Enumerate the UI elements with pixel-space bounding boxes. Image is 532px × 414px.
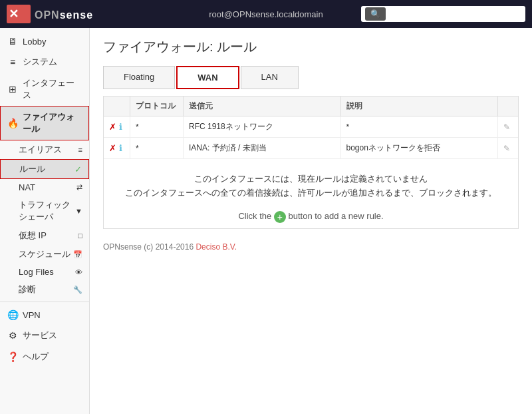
deny-icon-1: ✗ bbox=[109, 122, 116, 132]
footer-link[interactable]: Deciso B.V. bbox=[196, 242, 237, 252]
sidebar-item-logfiles[interactable]: Log Files 👁 bbox=[0, 264, 89, 280]
sidebar-label-firewall: ファイアウォール bbox=[23, 111, 82, 135]
th-protocol: プロトコル bbox=[130, 97, 184, 116]
sidebar-label-virtual-ip: 仮想 IP bbox=[19, 230, 47, 242]
main-content: ファイアウォール: ルール Floating WAN LAN プロトコル 送信元… bbox=[90, 28, 532, 414]
aliases-icon: ≡ bbox=[78, 146, 82, 154]
footer: OPNsense (c) 2014-2016 Deciso B.V. bbox=[103, 242, 519, 252]
tab-floating[interactable]: Floating bbox=[103, 66, 175, 89]
vpn-icon: 🌐 bbox=[7, 310, 19, 320]
services-icon: ⚙ bbox=[7, 330, 19, 341]
edit-icon-2[interactable]: ✎ bbox=[503, 144, 510, 153]
help-icon: ❓ bbox=[7, 351, 19, 362]
search-button[interactable]: 🔍 bbox=[365, 7, 386, 21]
sidebar-item-rules[interactable]: ルール ✓ bbox=[0, 159, 89, 179]
sidebar-item-lobby[interactable]: 🖥 Lobby bbox=[0, 31, 89, 51]
edit-icon-1[interactable]: ✎ bbox=[503, 122, 510, 132]
sidebar-item-traffic[interactable]: トラフィックシェーパ ▼ bbox=[0, 196, 89, 226]
footer-text: OPNsense (c) 2014-2016 bbox=[103, 242, 194, 252]
sidebar-item-virtual-ip[interactable]: 仮想 IP □ bbox=[0, 226, 89, 245]
sidebar-label-rules: ルール bbox=[19, 163, 45, 175]
sidebar-label-diagnostics: 診断 bbox=[19, 284, 36, 296]
sidebar-label-vpn: VPN bbox=[23, 310, 41, 320]
sidebar-item-firewall[interactable]: 🔥 ファイアウォール bbox=[0, 106, 89, 140]
logo-icon: ✕ bbox=[7, 5, 31, 23]
sidebar-divider bbox=[0, 302, 89, 302]
sidebar-label-nat: NAT bbox=[19, 182, 35, 192]
td-source-2: IANA: 予約済 / 未割当 bbox=[184, 138, 341, 158]
nat-icon: ⇄ bbox=[76, 183, 82, 192]
add-rule-prefix: Click the bbox=[238, 211, 271, 221]
sidebar-label-system: システム bbox=[23, 56, 57, 68]
search-input[interactable] bbox=[388, 9, 521, 19]
diagnostics-icon: 🔧 bbox=[73, 286, 82, 294]
virtual-ip-icon: □ bbox=[78, 232, 82, 240]
td-status-2: ✗ ℹ bbox=[104, 138, 130, 158]
lobby-icon: 🖥 bbox=[7, 36, 19, 47]
sidebar-item-help[interactable]: ❓ ヘルプ bbox=[0, 346, 89, 367]
sidebar-label-help: ヘルプ bbox=[23, 351, 49, 363]
sidebar-item-schedule[interactable]: スケジュール 📅 bbox=[0, 245, 89, 264]
td-description-2: bogonネットワークを拒否 bbox=[341, 138, 499, 158]
td-edit-1[interactable]: ✎ bbox=[498, 116, 518, 137]
sidebar-label-aliases: エイリアス bbox=[19, 144, 62, 156]
sidebar-label-schedule: スケジュール bbox=[19, 248, 70, 260]
sidebar: 🖥 Lobby ≡ システム ⊞ インタフェース 🔥 ファイアウォール エイリア… bbox=[0, 28, 90, 414]
brand-name: OPNsense bbox=[35, 5, 93, 23]
table-header-row: プロトコル 送信元 説明 bbox=[104, 97, 518, 116]
page-layout: 🖥 Lobby ≡ システム ⊞ インタフェース 🔥 ファイアウォール エイリア… bbox=[0, 28, 532, 414]
search-container: 🔍 bbox=[361, 6, 525, 22]
sidebar-label-lobby: Lobby bbox=[23, 37, 46, 47]
interfaces-icon: ⊞ bbox=[7, 84, 19, 95]
system-icon: ≡ bbox=[7, 57, 19, 67]
info-line-1: このインタフェースには、現在ルールは定義されていません bbox=[110, 172, 511, 186]
sidebar-item-services[interactable]: ⚙ サービス bbox=[0, 325, 89, 346]
sidebar-item-interfaces[interactable]: ⊞ インタフェース bbox=[0, 73, 89, 106]
sidebar-item-system[interactable]: ≡ システム bbox=[0, 51, 89, 73]
th-description: 説明 bbox=[341, 97, 499, 116]
tab-lan[interactable]: LAN bbox=[241, 66, 299, 89]
info-message: このインタフェースには、現在ルールは定義されていません このインタフェースへの全… bbox=[104, 159, 518, 206]
schedule-icon: 📅 bbox=[73, 250, 82, 259]
svg-text:✕: ✕ bbox=[9, 7, 19, 21]
sidebar-label-logfiles: Log Files bbox=[19, 267, 54, 277]
tab-wan[interactable]: WAN bbox=[176, 66, 239, 89]
sidebar-item-aliases[interactable]: エイリアス ≡ bbox=[0, 140, 89, 159]
logfiles-icon: 👁 bbox=[75, 268, 82, 276]
navbar-user: root@OPNsense.localdomain bbox=[209, 9, 323, 19]
sidebar-item-diagnostics[interactable]: 診断 🔧 bbox=[0, 280, 89, 299]
traffic-icon: ▼ bbox=[75, 207, 82, 215]
add-rule-message: Click the + button to add a new rule. bbox=[104, 206, 518, 228]
sidebar-item-vpn[interactable]: 🌐 VPN bbox=[0, 305, 89, 325]
td-protocol-2: * bbox=[130, 138, 184, 158]
info-icon-1: ℹ bbox=[119, 122, 122, 132]
add-rule-suffix: button to add a new rule. bbox=[289, 211, 384, 221]
sidebar-label-traffic: トラフィックシェーパ bbox=[19, 199, 72, 223]
rules-table: プロトコル 送信元 説明 ✗ ℹ * RFC 1918ネットワーク * ✎ bbox=[103, 96, 519, 229]
table-row: ✗ ℹ * RFC 1918ネットワーク * ✎ bbox=[104, 116, 518, 138]
td-status-1: ✗ ℹ bbox=[104, 116, 130, 137]
th-source: 送信元 bbox=[184, 97, 341, 116]
sidebar-label-interfaces: インタフェース bbox=[23, 77, 82, 101]
td-edit-2[interactable]: ✎ bbox=[498, 138, 518, 158]
td-source-1: RFC 1918ネットワーク bbox=[184, 116, 341, 137]
navbar: ✕ OPNsense root@OPNsense.localdomain 🔍 bbox=[0, 0, 532, 28]
th-actions bbox=[498, 97, 518, 116]
info-line-2: このインタフェースへの全ての着信接続は、許可ルールが追加されるまで、ブロックされ… bbox=[110, 186, 511, 200]
add-rule-plus-icon[interactable]: + bbox=[274, 211, 286, 223]
firewall-icon: 🔥 bbox=[7, 118, 19, 128]
page-title: ファイアウォール: ルール bbox=[103, 38, 519, 56]
td-protocol-1: * bbox=[130, 116, 184, 137]
tabs: Floating WAN LAN bbox=[103, 66, 519, 89]
th-status bbox=[104, 97, 130, 116]
brand: ✕ OPNsense bbox=[7, 5, 93, 23]
rules-check-icon: ✓ bbox=[74, 164, 82, 174]
sidebar-label-services: サービス bbox=[23, 329, 57, 341]
table-row: ✗ ℹ * IANA: 予約済 / 未割当 bogonネットワークを拒否 ✎ bbox=[104, 138, 518, 159]
deny-icon-2: ✗ bbox=[109, 143, 116, 153]
sidebar-item-nat[interactable]: NAT ⇄ bbox=[0, 179, 89, 196]
info-icon-2: ℹ bbox=[119, 143, 122, 153]
td-description-1: * bbox=[341, 116, 499, 137]
